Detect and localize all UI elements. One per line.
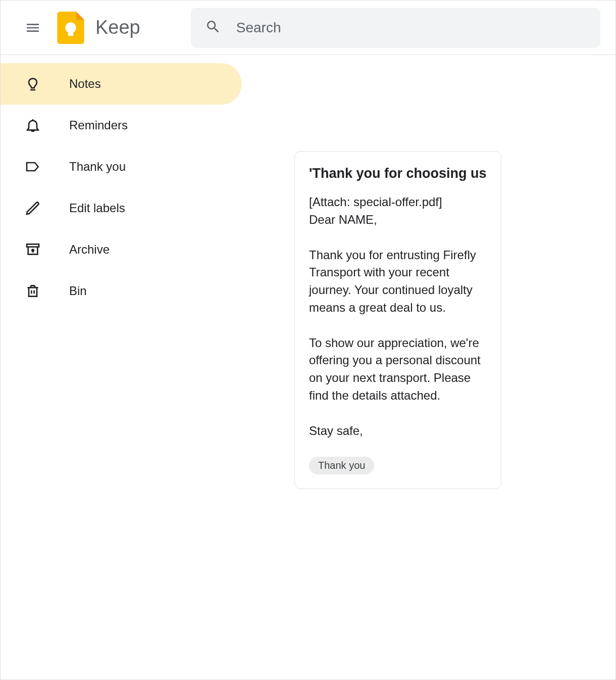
sidebar-item-label: Archive: [69, 242, 110, 257]
app-header: Keep: [1, 1, 615, 55]
sidebar-item-notes[interactable]: Notes: [1, 63, 242, 105]
keep-logo-icon: [57, 12, 84, 44]
notes-area: 'Thank you for choosing us [Attach: spec…: [242, 55, 615, 679]
sidebar: Notes Reminders Thank you Edit labels Ar: [1, 55, 242, 679]
app-logo[interactable]: Keep: [57, 12, 140, 44]
sidebar-item-label: Edit labels: [69, 201, 125, 215]
search-bar[interactable]: [191, 8, 600, 48]
search-input[interactable]: [236, 20, 586, 36]
sidebar-item-edit-labels[interactable]: Edit labels: [1, 187, 242, 229]
note-labels: Thank you: [309, 457, 487, 474]
label-icon: [23, 157, 43, 177]
app-name: Keep: [95, 17, 140, 38]
svg-point-0: [65, 22, 76, 33]
bell-icon: [23, 115, 43, 135]
note-body: [Attach: special-offer.pdf] Dear NAME, T…: [309, 193, 487, 440]
sidebar-item-archive[interactable]: Archive: [1, 229, 242, 270]
lightbulb-icon: [23, 74, 43, 94]
hamburger-icon: [25, 20, 41, 36]
svg-rect-1: [68, 32, 74, 36]
archive-icon: [23, 239, 43, 260]
main-menu-button[interactable]: [21, 16, 45, 40]
sidebar-item-label: Notes: [69, 77, 101, 91]
sidebar-item-reminders[interactable]: Reminders: [1, 105, 242, 146]
svg-rect-2: [27, 244, 39, 247]
sidebar-item-label: Thank you: [69, 160, 126, 174]
trash-icon: [23, 281, 43, 301]
note-card[interactable]: 'Thank you for choosing us [Attach: spec…: [294, 151, 501, 489]
note-title: 'Thank you for choosing us: [309, 164, 487, 183]
sidebar-item-bin[interactable]: Bin: [1, 270, 242, 312]
search-icon: [205, 19, 221, 37]
sidebar-item-label-thank-you[interactable]: Thank you: [1, 146, 242, 187]
label-chip[interactable]: Thank you: [309, 457, 374, 474]
sidebar-item-label: Reminders: [69, 118, 128, 132]
sidebar-item-label: Bin: [69, 284, 87, 298]
pencil-icon: [23, 198, 43, 218]
